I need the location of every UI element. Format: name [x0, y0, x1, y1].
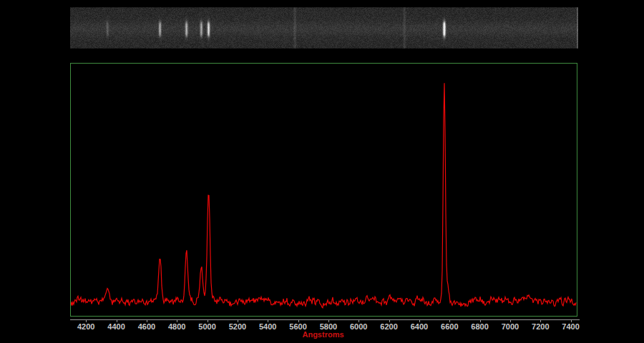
x-axis-tick-label: 4200 [70, 322, 102, 331]
x-axis-tick-label: 7000 [494, 322, 526, 331]
x-axis-tick-label: 4400 [101, 322, 132, 331]
1d-spectrum-plot [70, 63, 577, 317]
x-axis-tick-label: 7400 [555, 322, 587, 331]
x-axis-tick-label: 4800 [161, 322, 192, 331]
x-axis-tick-label: 6200 [374, 322, 405, 331]
spectrum-trace-svg [71, 64, 577, 316]
spectroscopy-display: 4200440046004800500052005400560058006000… [0, 0, 644, 343]
x-axis-tick-label: 4600 [131, 322, 162, 331]
x-axis-tick-label: 7200 [525, 322, 556, 331]
2d-spectrum-strip [70, 7, 578, 49]
x-axis-label: Angstroms [280, 330, 366, 339]
x-axis-tick-label: 5200 [222, 322, 253, 331]
x-axis-tick-label: 6400 [404, 322, 435, 331]
x-axis-tick-label: 5000 [192, 322, 223, 331]
x-axis-tick-label: 6800 [464, 322, 496, 331]
x-axis-tick-label: 6600 [434, 322, 465, 331]
spectrum-trace [71, 83, 576, 308]
x-axis-tick-label: 5400 [252, 322, 283, 331]
